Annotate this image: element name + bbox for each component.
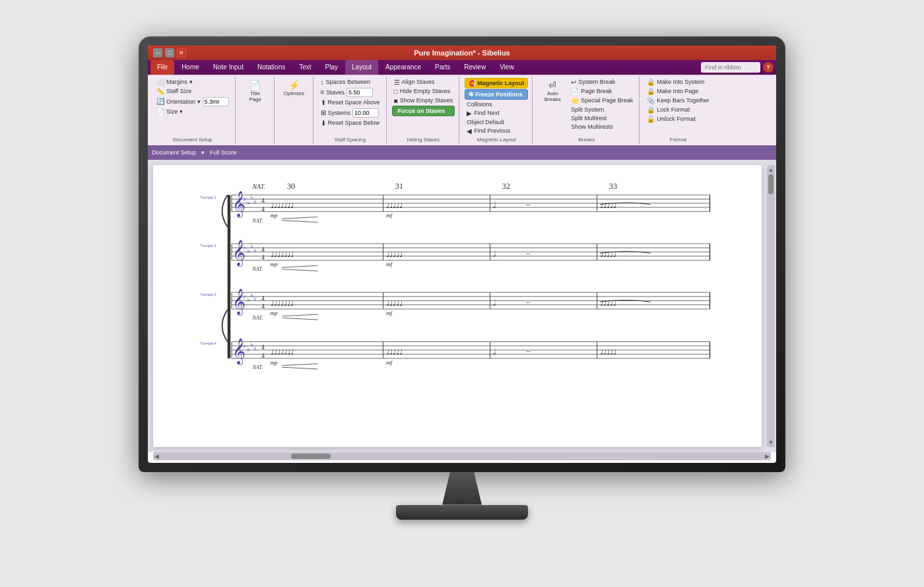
dyn4-mf: mf	[386, 359, 393, 365]
tab-parts[interactable]: Parts	[428, 60, 457, 75]
focus-on-staves-btn[interactable]: Focus on Staves	[392, 106, 455, 116]
ribbon-content: ⬜ Margins ▾ 📏 Staff Size 🔄 Orientation ▾	[148, 75, 776, 145]
key3-flat2: ♭	[247, 296, 250, 303]
show-empty-label: Show Empty Staves	[400, 97, 453, 104]
orientation-btn[interactable]: 🔄 Orientation ▾	[154, 96, 231, 107]
size-btn[interactable]: 📄 Size ▾	[154, 108, 231, 116]
notes3-m2: ♩♩♩♩♩	[386, 298, 403, 306]
optimize-btn[interactable]: ⚡ Optimize	[280, 78, 309, 100]
hairpin2-dn	[282, 269, 318, 271]
ribbon-search-input[interactable]	[701, 62, 760, 73]
make-into-page-btn[interactable]: 🔒 Make Into Page	[645, 87, 711, 96]
unlock-format-btn[interactable]: 🔓 Unlock Format	[645, 115, 711, 123]
split-system-btn[interactable]: Split System	[569, 106, 635, 114]
show-multirests-btn[interactable]: Show Multirests	[569, 123, 635, 131]
spaces-between-btn[interactable]: ↕ Spaces Between	[319, 78, 382, 86]
minimize-button[interactable]: ─	[153, 48, 162, 57]
tab-layout[interactable]: Layout	[345, 60, 378, 75]
system-bracket	[228, 195, 231, 359]
status-full-score: Full Score	[210, 149, 237, 156]
scrollbar-right[interactable]: ▲ ▼	[767, 165, 775, 447]
dyn2-mp: mp	[271, 261, 278, 267]
align-staves-btn[interactable]: ☰ Align Staves	[392, 78, 455, 86]
unlock-format-label: Unlock Format	[657, 116, 696, 122]
tab-notations[interactable]: Notations	[251, 60, 292, 75]
reset-space-above-btn[interactable]: ⬆ Reset Space Above	[319, 98, 382, 107]
margins-btn[interactable]: ⬜ Margins ▾	[154, 78, 231, 86]
tab-play[interactable]: Play	[319, 60, 345, 75]
margins-label: Margins ▾	[166, 79, 193, 85]
find-prev-btn[interactable]: Object Default	[465, 118, 528, 126]
hiding-staves-label: Hiding Staves	[392, 135, 455, 143]
find-prev-icon: ◀	[467, 127, 472, 135]
optimize-icon: ⚡	[288, 81, 300, 90]
tab-text[interactable]: Text	[292, 60, 317, 75]
system-break-label: System Break	[578, 79, 615, 85]
scrollbar-thumb-right[interactable]	[768, 174, 774, 194]
dyn2-mf: mf	[386, 261, 393, 267]
maximize-button[interactable]: □	[165, 48, 174, 57]
tab-view[interactable]: View	[493, 60, 521, 75]
freeze-positions-btn[interactable]: ❄ Freeze Positions	[465, 89, 528, 100]
notes4-m2: ♩♩♩♩♩	[386, 348, 403, 356]
tab-file[interactable]: File	[150, 60, 174, 75]
magnetic-layout-btn[interactable]: 🧲 Magnetic Layout	[465, 78, 528, 88]
music-score-svg: NAT. 30 31 32 33 Trumpet 1	[166, 178, 748, 434]
keep-bars-label: Keep Bars Together	[657, 97, 709, 104]
title-page-label: TitlePage	[249, 90, 261, 103]
staves-input[interactable]	[346, 88, 373, 97]
hide-empty-btn[interactable]: □ Hide Empty Staves	[392, 87, 455, 96]
collisions-btn[interactable]: Collisions	[465, 100, 528, 108]
rest3-m3: −	[526, 298, 531, 307]
special-page-break-btn[interactable]: ⭐ Special Page Break	[569, 96, 635, 105]
show-empty-btn[interactable]: ■ Show Empty Staves	[392, 96, 455, 105]
key1-flat4: ♭	[253, 197, 257, 204]
key2-flat3: ♭	[250, 242, 253, 250]
scrollbar-thumb-bottom[interactable]	[291, 454, 331, 459]
orientation-input[interactable]	[203, 97, 229, 106]
key4-flat2: ♭	[247, 345, 250, 352]
staff-size-btn[interactable]: 📏 Staff Size	[154, 87, 231, 96]
find-prev-row[interactable]: ◀ Find Previous	[465, 127, 528, 135]
keep-bars-together-btn[interactable]: 📎 Keep Bars Together	[645, 96, 711, 105]
monitor-screen: ─ □ ✕ Pure Imagination* - Sibelius File …	[148, 46, 776, 463]
hairpin2-up	[282, 265, 318, 267]
nat-row1: NAT.	[252, 217, 263, 223]
object-label: Object	[467, 119, 484, 125]
find-next-btn[interactable]: ▶ Find Next	[465, 109, 528, 118]
auto-breaks-btn[interactable]: ⏎ AutoBreaks	[538, 78, 567, 106]
key1-flat2: ♭	[247, 198, 250, 205]
margins-icon: ⬜	[156, 79, 164, 86]
reset-space-below-btn[interactable]: ⬇ Reset Space Below	[319, 119, 382, 127]
align-staves-label: Align Staves	[402, 79, 435, 85]
page-break-btn[interactable]: 📄 Page Break	[569, 87, 635, 96]
title-page-btn[interactable]: 📄 TitlePage	[241, 78, 270, 106]
timesig1-bot: 4	[261, 205, 265, 212]
monitor-base	[396, 505, 528, 520]
key4-flat1: ♭	[243, 341, 246, 349]
system-break-btn[interactable]: ↩ System Break	[569, 78, 635, 86]
tab-appearance[interactable]: Appearance	[379, 60, 428, 75]
help-button[interactable]: ?	[763, 62, 774, 73]
optimize-label: Optimize	[284, 90, 305, 97]
tab-review[interactable]: Review	[457, 60, 492, 75]
tab-note-input[interactable]: Note Input	[207, 60, 250, 75]
trumpet3-label: Trumpet 3	[200, 293, 216, 296]
make-into-system-btn[interactable]: 🔒 Make Into System	[645, 78, 711, 86]
staves-row: ≡ Staves	[319, 87, 382, 98]
ribbon-group-document-setup: ⬜ Margins ▾ 📏 Staff Size 🔄 Orientation ▾	[150, 77, 236, 144]
unlock-icon: 🔓	[647, 116, 655, 123]
nat-row3: NAT.	[252, 315, 263, 321]
close-button[interactable]: ✕	[177, 48, 186, 57]
lock-format-btn[interactable]: 🔒 Lock Format	[645, 106, 711, 114]
breaks-col: ↩ System Break 📄 Page Break ⭐ Special Pa…	[569, 78, 635, 131]
score-content: NAT. 30 31 32 33 Trumpet 1	[153, 165, 762, 447]
systems-input[interactable]	[352, 108, 379, 118]
hide-empty-icon: □	[394, 88, 398, 95]
page-break-icon: 📄	[571, 88, 579, 95]
notes1-m4: ♩♩♩♩♩	[600, 201, 616, 209]
split-multirest-btn[interactable]: Split Multirest	[569, 114, 635, 122]
tab-home[interactable]: Home	[175, 60, 206, 75]
scrollbar-bottom[interactable]: ◀ ▶	[153, 452, 771, 460]
spaces-between-label: Spaces Between	[326, 79, 371, 85]
